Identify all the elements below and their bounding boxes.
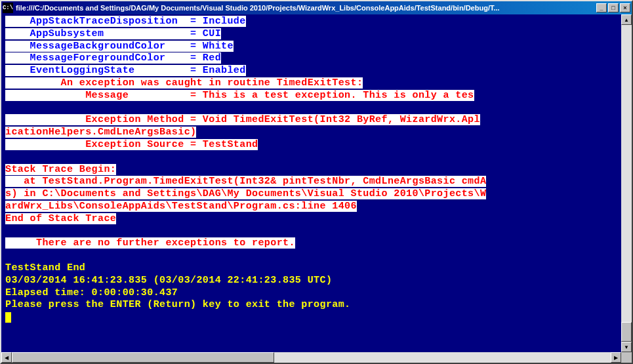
titlebar[interactable]: C:\ file:///C:/Documents and Settings/DA… — [1, 1, 632, 14]
horizontal-scrollbar[interactable]: ◀ ▶ — [1, 352, 621, 363]
client-area: AppStackTraceDisposition = Include AppSu… — [1, 14, 632, 352]
minimize-button[interactable]: _ — [596, 3, 607, 12]
bottom-scroll-row: ◀ ▶ — [1, 352, 632, 363]
scroll-up-button[interactable]: ▲ — [621, 14, 632, 25]
scroll-down-button[interactable]: ▼ — [621, 342, 632, 352]
scroll-left-button[interactable]: ◀ — [1, 352, 12, 363]
horizontal-scroll-thumb[interactable] — [12, 352, 274, 363]
scroll-right-button[interactable]: ▶ — [611, 352, 621, 363]
window-buttons: _ □ × — [596, 3, 630, 12]
vertical-scroll-thumb[interactable] — [621, 322, 632, 342]
scroll-corner — [621, 352, 632, 363]
cursor — [5, 312, 11, 323]
console-output[interactable]: AppStackTraceDisposition = Include AppSu… — [1, 14, 621, 352]
horizontal-scroll-track[interactable] — [12, 352, 611, 363]
close-button[interactable]: × — [620, 3, 630, 12]
vertical-scroll-track[interactable] — [621, 25, 632, 342]
maximize-button[interactable]: □ — [608, 3, 619, 12]
app-icon: C:\ — [3, 3, 13, 13]
window-title: file:///C:/Documents and Settings/DAG/My… — [16, 4, 596, 12]
console-window: C:\ file:///C:/Documents and Settings/DA… — [0, 0, 633, 364]
vertical-scrollbar[interactable]: ▲ ▼ — [621, 14, 632, 352]
